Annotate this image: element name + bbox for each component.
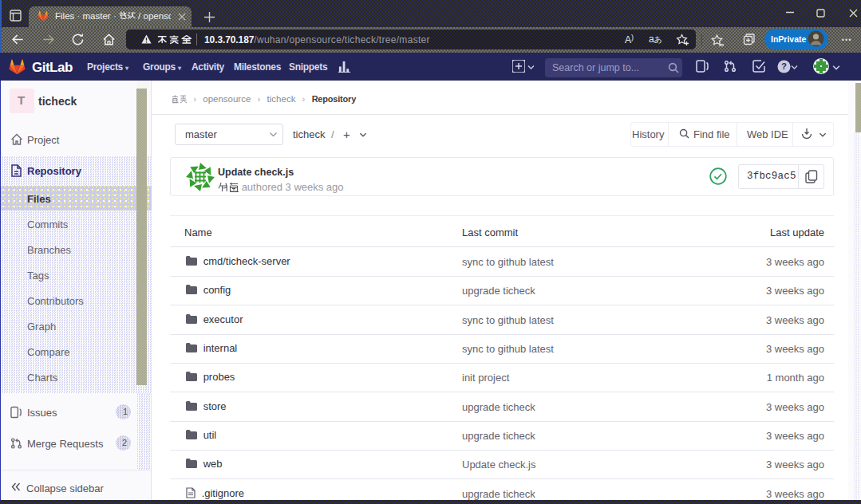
svg-text:?: ? [781,61,787,71]
